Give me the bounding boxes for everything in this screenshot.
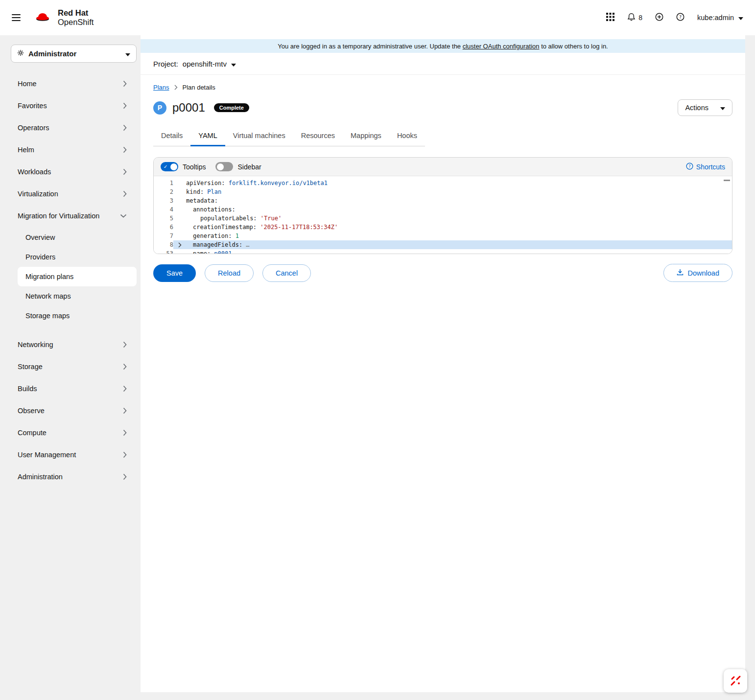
sidebar: Administrator Home Favorites Operators H… bbox=[0, 35, 141, 700]
chevron-down-icon bbox=[120, 214, 127, 218]
svg-text:?: ? bbox=[679, 14, 682, 20]
hamburger-menu-icon[interactable] bbox=[12, 14, 21, 21]
sidebar-item-virtualization[interactable]: Virtualization bbox=[0, 183, 141, 205]
tooltips-toggle[interactable] bbox=[161, 162, 178, 171]
project-name: openshift-mtv bbox=[183, 60, 227, 68]
sidebar-item-label: Observe bbox=[18, 407, 45, 415]
sidebar-subitem-migration-plans[interactable]: Migration plans bbox=[18, 267, 137, 286]
chevron-right-icon bbox=[123, 451, 127, 458]
app-launcher-button[interactable] bbox=[606, 13, 614, 23]
notifications-button[interactable]: 8 bbox=[627, 13, 642, 23]
line-number: 7 bbox=[154, 232, 173, 240]
status-badge: Complete bbox=[214, 103, 249, 112]
chevron-right-icon bbox=[123, 168, 127, 175]
question-circle-icon: ? bbox=[686, 163, 693, 171]
sidebar-item-storage[interactable]: Storage bbox=[0, 355, 141, 377]
sidebar-item-label: User Management bbox=[18, 451, 76, 459]
yaml-value: forklift.konveyor.io/v1beta1 bbox=[229, 180, 328, 187]
breadcrumb-current: Plan details bbox=[183, 84, 215, 91]
reload-button[interactable]: Reload bbox=[205, 264, 254, 282]
import-add-button[interactable] bbox=[655, 13, 663, 23]
editor-scrollbar-thumb[interactable] bbox=[724, 180, 730, 181]
yaml-editor[interactable]: 1 apiVersion:forklift.konveyor.io/v1beta… bbox=[154, 176, 732, 254]
caret-down-icon bbox=[231, 60, 236, 68]
sidebar-item-label: Workloads bbox=[18, 168, 51, 176]
chevron-right-icon bbox=[123, 429, 127, 436]
sidebar-item-observe[interactable]: Observe bbox=[0, 399, 141, 421]
sidebar-subitem-label: Storage maps bbox=[25, 312, 70, 320]
main-content: You are logged in as a temporary adminis… bbox=[141, 35, 745, 692]
redhat-openshift-logo[interactable]: Red Hat OpenShift bbox=[32, 8, 94, 27]
download-label: Download bbox=[688, 269, 720, 277]
tab-yaml[interactable]: YAML bbox=[190, 127, 225, 146]
gear-icon bbox=[17, 49, 24, 58]
editor-line: 3 metadata: bbox=[154, 196, 732, 205]
yaml-string: '2025-11-17T18:53:34Z' bbox=[260, 224, 338, 231]
line-number: 3 bbox=[154, 196, 173, 205]
svg-text:?: ? bbox=[688, 163, 690, 168]
help-button[interactable]: ? bbox=[676, 13, 684, 23]
sidebar-item-home[interactable]: Home bbox=[0, 72, 141, 94]
line-number: 4 bbox=[154, 205, 173, 214]
tab-hooks[interactable]: Hooks bbox=[389, 127, 425, 146]
sidebar-item-compute[interactable]: Compute bbox=[0, 421, 141, 443]
sidebar-subitem-providers[interactable]: Providers bbox=[18, 247, 137, 267]
yaml-key: creationTimestamp: bbox=[193, 224, 257, 231]
breadcrumb-plans-link[interactable]: Plans bbox=[153, 84, 169, 91]
fold-toggle-chevron-right-icon[interactable] bbox=[173, 242, 186, 248]
brand-line-1: Red Hat bbox=[58, 8, 94, 18]
cluster-oauth-link[interactable]: cluster OAuth configuration bbox=[463, 43, 540, 50]
sidebar-item-user-management[interactable]: User Management bbox=[0, 443, 141, 466]
chevron-right-icon bbox=[123, 473, 127, 480]
folded-content-ellipsis[interactable]: … bbox=[246, 241, 249, 248]
sidebar-item-helm[interactable]: Helm bbox=[0, 139, 141, 161]
actions-dropdown[interactable]: Actions bbox=[678, 99, 732, 116]
yaml-editor-toolbar: Tooltips Sidebar ? Shortcuts bbox=[154, 158, 732, 176]
yaml-value: Plan bbox=[207, 188, 221, 195]
tab-resources[interactable]: Resources bbox=[293, 127, 343, 146]
tab-mappings[interactable]: Mappings bbox=[343, 127, 389, 146]
cancel-button[interactable]: Cancel bbox=[262, 264, 311, 282]
sidebar-item-administration[interactable]: Administration bbox=[0, 466, 141, 488]
save-button[interactable]: Save bbox=[153, 264, 196, 282]
sidebar-toggle[interactable] bbox=[215, 162, 233, 171]
actions-label: Actions bbox=[685, 104, 708, 112]
tab-details[interactable]: Details bbox=[153, 127, 190, 146]
sidebar-item-operators[interactable]: Operators bbox=[0, 117, 141, 139]
line-number: 1 bbox=[154, 179, 173, 187]
sidebar-item-migration-for-virtualization[interactable]: Migration for Virtualization bbox=[0, 205, 141, 227]
sidebar-subitem-label: Providers bbox=[25, 253, 55, 261]
tab-bar: Details YAML Virtual machines Resources … bbox=[141, 116, 745, 146]
masthead-utilities: 8 ? kube:admin bbox=[606, 13, 743, 23]
chevron-right-icon bbox=[123, 341, 127, 348]
plus-circle-icon bbox=[655, 13, 663, 23]
sidebar-item-label: Home bbox=[18, 80, 37, 88]
sidebar-item-builds[interactable]: Builds bbox=[0, 377, 141, 399]
sidebar-subitem-storage-maps[interactable]: Storage maps bbox=[18, 306, 137, 326]
sidebar-subitem-overview[interactable]: Overview bbox=[18, 228, 137, 247]
sidebar-item-networking[interactable]: Networking bbox=[0, 333, 141, 355]
lightspeed-launcher-button[interactable] bbox=[724, 669, 747, 693]
sidebar-item-favorites[interactable]: Favorites bbox=[0, 94, 141, 117]
sidebar-item-label: Compute bbox=[18, 429, 47, 437]
sidebar-nav: Home Favorites Operators Helm Workloads … bbox=[0, 66, 141, 488]
yaml-number: 1 bbox=[236, 233, 239, 239]
yaml-key: name: bbox=[193, 250, 211, 254]
yaml-key: managedFields: bbox=[193, 241, 242, 248]
editor-line: 4 annotations: bbox=[154, 205, 732, 214]
chevron-right-icon bbox=[123, 124, 127, 131]
tab-virtual-machines[interactable]: Virtual machines bbox=[225, 127, 293, 146]
user-menu[interactable]: kube:admin bbox=[697, 14, 743, 22]
chevron-right-icon bbox=[123, 190, 127, 197]
line-number: 6 bbox=[154, 223, 173, 232]
brand-text: Red Hat OpenShift bbox=[58, 8, 94, 27]
project-selector[interactable]: Project: openshift-mtv bbox=[141, 53, 745, 75]
sidebar-subitem-network-maps[interactable]: Network maps bbox=[18, 286, 137, 306]
sidebar-item-workloads[interactable]: Workloads bbox=[0, 161, 141, 183]
download-button[interactable]: Download bbox=[663, 264, 733, 282]
lightspeed-icon bbox=[729, 674, 742, 689]
perspective-switcher[interactable]: Administrator bbox=[11, 45, 137, 63]
plan-icon: P bbox=[153, 101, 166, 115]
shortcuts-link[interactable]: ? Shortcuts bbox=[686, 163, 725, 171]
sidebar-item-label: Helm bbox=[18, 146, 34, 154]
